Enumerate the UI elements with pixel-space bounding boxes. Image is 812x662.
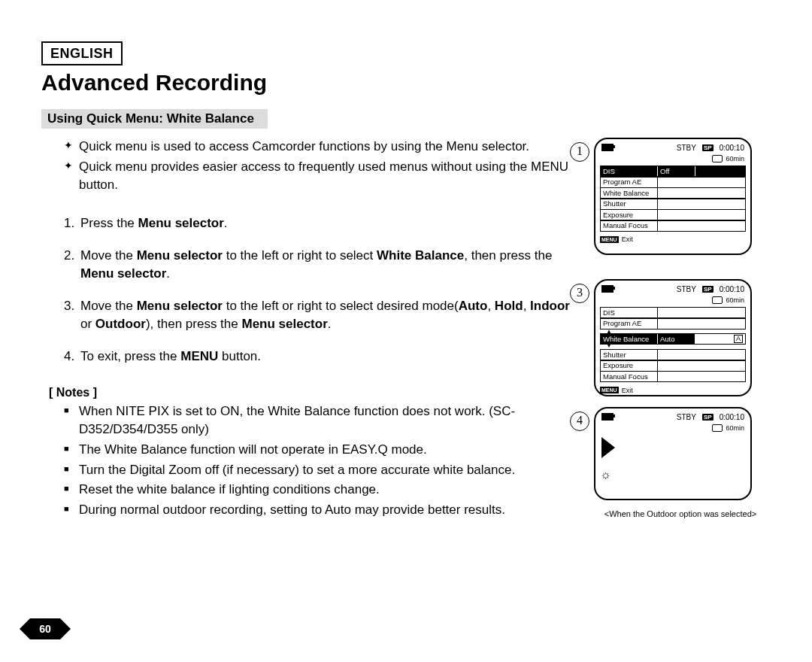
intro-item: Quick menu provides easier access to fre… (64, 158, 570, 195)
chevron-down-icon: ▼ (600, 343, 746, 349)
figure-number: 3 (570, 284, 589, 303)
note-item: The White Balance function will not oper… (64, 441, 570, 460)
menu-item: Manual Focus (601, 372, 658, 381)
figure-number: 1 (570, 142, 589, 162)
battery-icon (601, 285, 614, 293)
menu-tag-icon: MENU (600, 387, 619, 393)
menu-item: Program AE (601, 178, 658, 187)
camcorder-screen: STBYSP0:00:10 60min DISOff Program AE Wh… (594, 138, 752, 255)
timecode: 0:00:10 (720, 413, 744, 421)
menu-item: Shutter (601, 350, 658, 360)
auto-icon: A (734, 335, 743, 343)
status-stby: STBY (677, 144, 696, 152)
menu-item: White Balance (601, 188, 658, 198)
camcorder-screen: STBYSP0:00:10 60min ☼ (594, 407, 752, 500)
menu-item: Shutter (601, 199, 658, 209)
figure-3: 3 STBYSP0:00:10 60min DIS Program AE ▲ W… (594, 279, 752, 396)
tape-icon (712, 155, 723, 162)
sp-badge: SP (702, 144, 714, 151)
step-item: Move the Menu selector to the left or ri… (64, 297, 570, 334)
notes-label: [ Notes ] (49, 386, 570, 399)
steps-list: Press the Menu selector. Move the Menu s… (64, 214, 570, 366)
tape-icon (712, 296, 723, 304)
exit-label: Exit (622, 235, 633, 243)
remaining-time: 60min (726, 424, 744, 432)
exit-label: Exit (622, 387, 633, 394)
quick-menu: DISOff Program AE White Balance Shutter … (600, 166, 746, 232)
language-badge: ENGLISH (41, 41, 123, 65)
menu-item: Manual Focus (601, 221, 658, 231)
note-item: Turn the Digital Zoom off (if necessary)… (64, 461, 570, 480)
menu-item: Exposure (601, 361, 658, 371)
timecode: 0:00:10 (720, 144, 744, 152)
intro-list: Quick menu is used to access Camcorder f… (64, 138, 570, 195)
figure-caption: <When the Outdoor option was selected> (579, 509, 782, 518)
remaining-time: 60min (726, 296, 744, 304)
tape-icon (712, 424, 723, 432)
menu-item: DIS (601, 166, 658, 176)
menu-item: DIS (601, 308, 658, 317)
battery-icon (601, 413, 614, 421)
page-number: 60 (39, 623, 51, 635)
page-number-badge: 60 (30, 618, 60, 639)
note-item: During normal outdoor recording, setting… (64, 501, 570, 520)
figure-1: 1 STBYSP0:00:10 60min DISOff Program AE … (594, 138, 752, 255)
battery-icon (601, 144, 614, 151)
page-title: Advanced Recording (41, 70, 782, 96)
notes-list: When NITE PIX is set to ON, the White Ba… (64, 402, 570, 520)
menu-value: Off (658, 166, 695, 176)
remaining-time: 60min (726, 155, 744, 162)
note-item: When NITE PIX is set to ON, the White Ba… (64, 402, 570, 439)
step-item: To exit, press the MENU button. (64, 348, 570, 366)
figure-4: 4 STBYSP0:00:10 60min ☼ (594, 407, 752, 500)
section-heading: Using Quick Menu: White Balance (41, 109, 268, 129)
step-item: Press the Menu selector. (64, 214, 570, 233)
sp-badge: SP (702, 414, 714, 421)
step-item: Move the Menu selector to the left or ri… (64, 247, 570, 284)
quick-menu: DIS Program AE ▲ White BalanceAutoA ▼ Sh… (600, 307, 746, 382)
status-stby: STBY (677, 285, 696, 293)
timecode: 0:00:10 (720, 285, 744, 293)
outdoor-sun-icon: ☼ (600, 469, 746, 481)
menu-value: Auto (658, 334, 695, 344)
menu-item: Exposure (601, 210, 658, 220)
menu-tag-icon: MENU (600, 236, 619, 243)
record-indicator-icon (601, 437, 615, 458)
note-item: Reset the white balance if lighting cond… (64, 481, 570, 500)
figure-column: 1 STBYSP0:00:10 60min DISOff Program AE … (579, 138, 782, 539)
sp-badge: SP (702, 286, 714, 293)
figure-number: 4 (570, 411, 589, 431)
status-stby: STBY (677, 413, 696, 421)
camcorder-screen: STBYSP0:00:10 60min DIS Program AE ▲ Whi… (594, 279, 752, 396)
intro-item: Quick menu is used to access Camcorder f… (64, 138, 570, 156)
menu-item: Program AE (601, 319, 658, 329)
